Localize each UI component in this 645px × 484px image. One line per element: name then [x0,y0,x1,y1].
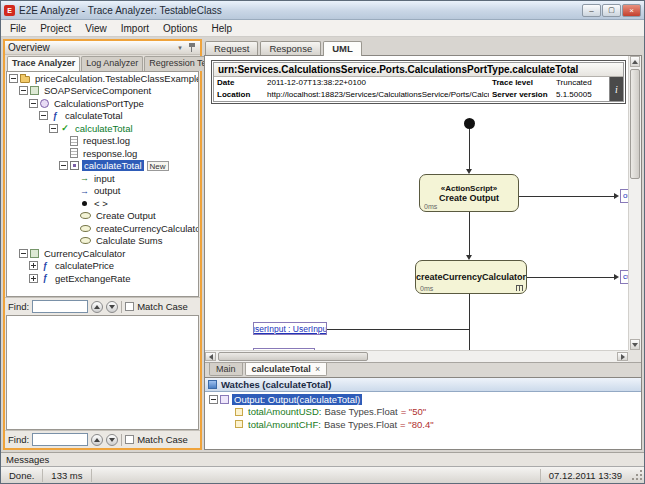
tree-item-create-currency-calculator[interactable]: createCurrencyCalculator [7,222,198,235]
vertical-scrollbar[interactable] [628,56,641,350]
find-bar: Find: Match Case [5,297,200,315]
check-icon [60,123,70,133]
action-create-currency-calculator[interactable]: createCurrencyCalculator 0ms [415,260,527,294]
scroll-down-icon[interactable] [630,339,640,350]
info-button[interactable]: i [609,77,623,101]
tab-main-diagram[interactable]: Main [209,363,243,376]
tab-trace-analyzer[interactable]: Trace Analyzer [7,56,80,71]
collapse-toggle-icon[interactable] [209,395,218,404]
watch-name: totalAmountUSD: [246,406,321,417]
collapse-toggle-icon[interactable] [19,249,28,258]
tree-item-output[interactable]: output [7,185,198,198]
tree-item-get-exchange-rate[interactable]: getExchangeRate [7,272,198,285]
menu-project[interactable]: Project [33,22,78,35]
tree-item-calculate-total-trace[interactable]: calculateTotal [7,122,198,135]
service-header-box: urn:Services.CalculationsService.Ports.C… [211,60,626,104]
date-value: 2011-12-07T13:38:22+0100 [264,77,489,89]
find-next-button[interactable] [106,434,118,446]
object-icon [220,395,229,404]
chevron-down-icon[interactable] [175,43,185,53]
initial-node[interactable] [464,118,475,129]
tree-item-calculations-port-type[interactable]: CalculationsPortType [7,97,198,110]
collapse-toggle-icon[interactable] [59,161,68,170]
close-tab-icon[interactable] [315,364,320,374]
collapse-toggle-icon[interactable] [29,99,38,108]
tree-item-calculate-total-operation[interactable]: calculateTotal [7,110,198,123]
watch-root-item[interactable]: Output: Output(calculateTotal) [205,393,641,406]
messages-panel-header[interactable]: Messages [1,452,644,466]
tree-item-response-log[interactable]: response.log [7,147,198,160]
tab-label: calculateTotal [252,364,311,374]
expand-toggle-icon[interactable] [29,274,38,283]
edge [469,294,470,354]
match-case-checkbox[interactable] [125,302,134,311]
find-input[interactable] [32,300,88,313]
collapse-toggle-icon[interactable] [19,86,28,95]
scrollbar-thumb[interactable] [630,69,640,179]
port-icon [40,99,49,108]
watches-header[interactable]: Watches (calculateTotal) [205,378,641,392]
tree-item-soap-service-component[interactable]: SOAPServiceComponent [7,85,198,98]
output-icon [80,186,89,196]
tree-item-label: priceCalculation.TestableClassExample.Te… [33,73,198,84]
tree-item-label: Create Output [94,210,158,221]
tab-log-analyzer[interactable]: Log Analyzer [81,56,143,71]
collapse-toggle-icon[interactable] [49,124,58,133]
menu-view[interactable]: View [78,22,114,35]
watches-panel: Watches (calculateTotal) Output: Output(… [205,377,641,449]
tree-item-input[interactable]: input [7,172,198,185]
menu-options[interactable]: Options [156,22,204,35]
tab-request[interactable]: Request [205,41,258,55]
status-bar: Done. 133 ms 07.12.2011 13:39 [1,466,644,483]
tree-item-request-log[interactable]: request.log [7,135,198,148]
resize-grip[interactable] [630,468,644,482]
scrollbar-thumb[interactable] [218,352,368,361]
close-button[interactable] [622,4,641,17]
scroll-up-icon[interactable] [630,56,640,67]
menu-file[interactable]: File [3,22,33,35]
uml-diagram-canvas[interactable]: urn:Services.CalculationsService.Ports.C… [205,56,641,362]
action-create-output[interactable]: «ActionScript» Create Output 0ms [419,174,519,212]
separator [121,434,122,446]
tree-item-project[interactable]: priceCalculation.TestableClassExample.Te… [7,72,198,85]
action-icon [80,212,91,219]
tree-item-initial-node[interactable]: < > [7,197,198,210]
overview-panel-header[interactable]: Overview [5,41,200,55]
find-previous-button[interactable] [91,434,103,446]
expand-toggle-icon[interactable] [29,261,38,270]
maximize-button[interactable] [602,4,621,17]
find-next-button[interactable] [106,301,118,313]
edge [527,277,614,278]
minimize-button[interactable] [582,4,601,17]
scroll-right-icon[interactable] [617,352,628,361]
service-urn: urn:Services.CalculationsService.Ports.C… [214,63,623,77]
tree-item-create-output[interactable]: Create Output [7,210,198,223]
collapse-toggle-icon[interactable] [9,74,18,83]
horizontal-scrollbar[interactable] [205,350,628,362]
tab-calculate-total-diagram[interactable]: calculateTotal [245,363,328,376]
menu-import[interactable]: Import [114,22,156,35]
find-input[interactable] [32,433,88,446]
tree-item-currency-calculator[interactable]: CurrencyCalculator [7,247,198,260]
tree-item-calculate-price[interactable]: calculatePrice [7,260,198,273]
tree-item-calculate-total-selected[interactable]: calculateTotal New [7,160,198,173]
title-bar[interactable]: E2E Analyzer - Trace Analyzer: TestableC… [1,1,644,20]
collapse-toggle-icon[interactable] [39,111,48,120]
tree-item-label: input [92,173,117,184]
messages-label: Messages [6,454,49,465]
tree-item-label: createCurrencyCalculator [94,223,198,234]
app-icon [4,5,15,16]
pin-icon[interactable] [187,43,197,53]
match-case-checkbox[interactable] [125,435,134,444]
tab-uml[interactable]: UML [323,41,362,56]
menu-help[interactable]: Help [205,22,240,35]
trace-level-label: Trace level [489,77,553,89]
tree-item-calculate-sums[interactable]: Calculate Sums [7,235,198,248]
trace-level-value: Truncated [553,77,609,89]
watch-item[interactable]: totalAmountCHF: Base Types.Float = "80.4… [205,418,641,431]
tab-response[interactable]: Response [260,41,321,55]
watch-item[interactable]: totalAmountUSD: Base Types.Float = "50" [205,406,641,419]
scroll-left-icon[interactable] [205,352,216,361]
object-node-user-input[interactable]: userInput : UserInput [253,322,327,335]
find-previous-button[interactable] [91,301,103,313]
